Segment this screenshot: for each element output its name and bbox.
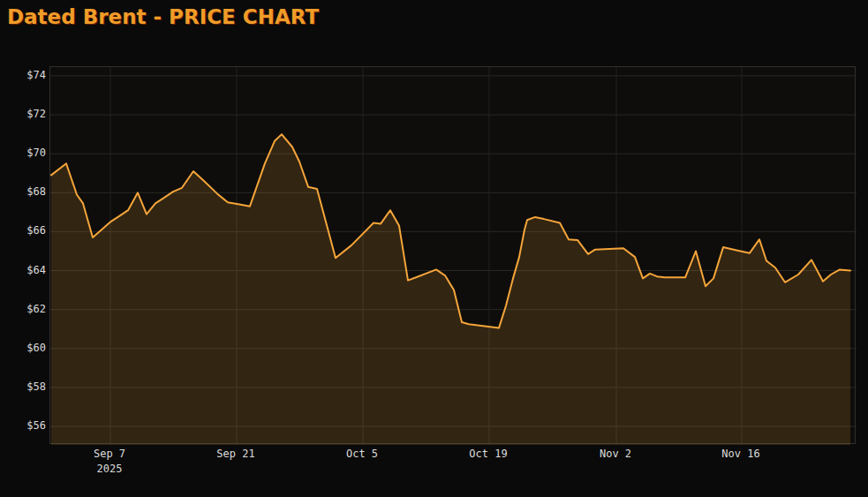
y-axis-label: $70 — [0, 147, 46, 159]
x-axis-label: Nov 2 — [600, 448, 631, 460]
y-axis-label: $68 — [0, 185, 46, 198]
price-series-svg — [50, 67, 857, 445]
x-axis-label: Oct 19 — [469, 448, 507, 460]
plot-area — [49, 66, 856, 444]
x-axis-year-label: 2025 — [97, 463, 123, 475]
x-axis-label: Sep 7 — [94, 448, 125, 460]
y-axis-label: $62 — [0, 303, 46, 315]
y-axis-label: $64 — [0, 264, 46, 276]
x-axis-label: Sep 21 — [216, 448, 254, 460]
y-axis-label: $66 — [0, 224, 46, 237]
price-chart: Dated Brent - PRICE CHART $74$72$70$68$6… — [0, 0, 868, 497]
y-axis-label: $72 — [0, 108, 46, 120]
y-axis-label: $60 — [0, 342, 46, 354]
price-area-fill — [51, 134, 850, 445]
y-axis-label: $56 — [0, 419, 46, 432]
y-axis-label: $58 — [0, 380, 46, 393]
x-axis-label: Nov 16 — [721, 448, 759, 460]
x-axis-label: Oct 5 — [346, 448, 378, 460]
y-axis-label: $74 — [0, 69, 46, 81]
y-axis: $74$72$70$68$66$64$62$60$58$56 — [0, 0, 46, 497]
page-title: Dated Brent - PRICE CHART — [7, 4, 319, 30]
